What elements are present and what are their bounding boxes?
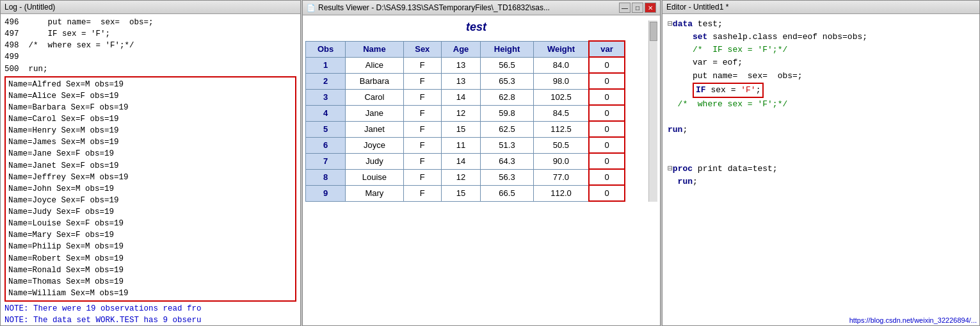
code-run2: run; bbox=[668, 175, 974, 188]
log-line-498: 498 /* where sex = 'F';*/ bbox=[4, 40, 296, 51]
cell-age: 13 bbox=[441, 73, 480, 89]
cell-weight: 102.5 bbox=[533, 89, 589, 105]
log-out-15: Name=Philip Sex=M obs=19 bbox=[8, 241, 293, 252]
cell-name: Alice bbox=[346, 57, 403, 73]
code-vareof: var = eof; bbox=[668, 56, 974, 69]
cell-name: Joyce bbox=[346, 137, 403, 153]
cell-var: 0 bbox=[589, 137, 625, 153]
cell-age: 15 bbox=[441, 121, 480, 137]
cell-weight: 84.0 bbox=[533, 57, 589, 73]
table-row: 9 Mary F 15 66.5 112.0 0 bbox=[306, 185, 625, 201]
code-blank1 bbox=[668, 111, 974, 124]
results-body: test Obs Name Sex Age Height Weight var bbox=[303, 15, 660, 325]
minimize-button[interactable]: — bbox=[619, 3, 631, 13]
log-out-5: Name=Henry Sex=M obs=19 bbox=[8, 125, 293, 136]
log-out-17: Name=Ronald Sex=M obs=19 bbox=[8, 265, 293, 276]
col-name: Name bbox=[346, 41, 403, 57]
log-out-16: Name=Robert Sex=M obs=19 bbox=[8, 253, 293, 265]
log-note-2: NOTE: The data set WORK.TEST has 9 obser… bbox=[4, 316, 202, 325]
col-weight: Weight bbox=[533, 41, 589, 57]
log-panel: Log - (Untitled) 496 put name= sex= obs=… bbox=[0, 0, 301, 326]
log-out-19: Name=William Sex=M obs=19 bbox=[8, 288, 293, 299]
log-out-9: Name=Jeffrey Sex=M obs=19 bbox=[8, 172, 293, 183]
cell-sex: F bbox=[403, 57, 441, 73]
cell-name: Carol bbox=[346, 89, 403, 105]
log-out-11: Name=Joyce Sex=F obs=19 bbox=[8, 195, 293, 206]
cell-height: 59.8 bbox=[481, 105, 534, 121]
cell-var: 0 bbox=[589, 121, 625, 137]
cell-var: 0 bbox=[589, 89, 625, 105]
cell-obs: 8 bbox=[306, 169, 346, 185]
titlebar-controls: — □ ✕ bbox=[619, 3, 656, 13]
code-blank3 bbox=[668, 149, 974, 162]
log-line-500: 500 run; bbox=[4, 63, 296, 75]
log-out-1: Name=Alfred Sex=M obs=19 bbox=[8, 79, 293, 90]
cell-sex: F bbox=[403, 121, 441, 137]
log-out-3: Name=Barbara Sex=F obs=19 bbox=[8, 102, 293, 113]
results-panel: 📄 Results Viewer - D:\SAS9.13S\SASTempor… bbox=[302, 0, 661, 326]
cell-name: Barbara bbox=[346, 73, 403, 89]
log-out-18: Name=Thomas Sex=M obs=19 bbox=[8, 276, 293, 288]
cell-obs: 7 bbox=[306, 153, 346, 169]
table-row: 7 Judy F 14 64.3 90.0 0 bbox=[306, 153, 625, 169]
cell-age: 12 bbox=[441, 105, 480, 121]
log-title: Log - (Untitled) bbox=[4, 3, 55, 12]
cell-obs: 2 bbox=[306, 73, 346, 89]
cell-weight: 112.5 bbox=[533, 121, 589, 137]
results-title: Results Viewer - D:\SAS9.13S\SASTemporar… bbox=[318, 3, 550, 12]
editor-panel: Editor - Untitled1 * ⊟data test; set sas… bbox=[662, 0, 980, 326]
col-var: var bbox=[589, 41, 625, 57]
cell-height: 62.8 bbox=[481, 89, 534, 105]
cell-sex: F bbox=[403, 105, 441, 121]
table-row: 2 Barbara F 13 65.3 98.0 0 bbox=[306, 73, 625, 89]
data-table: Obs Name Sex Age Height Weight var 1 Ali… bbox=[305, 40, 625, 202]
cell-weight: 90.0 bbox=[533, 153, 589, 169]
table-row: 8 Louise F 12 56.3 77.0 0 bbox=[306, 169, 625, 185]
cell-weight: 98.0 bbox=[533, 73, 589, 89]
scrollbar-thumb[interactable] bbox=[650, 22, 657, 41]
cell-age: 14 bbox=[441, 153, 480, 169]
cell-height: 64.3 bbox=[481, 153, 534, 169]
cell-obs: 4 bbox=[306, 105, 346, 121]
table-row: 4 Jane F 12 59.8 84.5 0 bbox=[306, 105, 625, 121]
cell-height: 66.5 bbox=[481, 185, 534, 201]
cell-height: 65.3 bbox=[481, 73, 534, 89]
log-line-496: 496 put name= sex= obs=; bbox=[4, 17, 296, 28]
cell-age: 15 bbox=[441, 185, 480, 201]
cell-height: 56.5 bbox=[481, 57, 534, 73]
log-out-4: Name=Carol Sex=F obs=19 bbox=[8, 113, 293, 125]
table-row: 6 Joyce F 11 51.3 50.5 0 bbox=[306, 137, 625, 153]
col-sex: Sex bbox=[403, 41, 441, 57]
log-output-box: Name=Alfred Sex=M obs=19 Name=Alice Sex=… bbox=[4, 76, 296, 302]
log-out-2: Name=Alice Sex=F obs=19 bbox=[8, 90, 293, 102]
cell-var: 0 bbox=[589, 57, 625, 73]
cell-name: Judy bbox=[346, 153, 403, 169]
code-put: put name= sex= obs=; bbox=[668, 70, 974, 83]
cell-var: 0 bbox=[589, 105, 625, 121]
scrollbar[interactable] bbox=[648, 20, 657, 202]
table-row: 3 Carol F 14 62.8 102.5 0 bbox=[306, 89, 625, 105]
log-out-14: Name=Mary Sex=F obs=19 bbox=[8, 229, 293, 241]
cell-age: 11 bbox=[441, 137, 480, 153]
cell-sex: F bbox=[403, 73, 441, 89]
cell-height: 62.5 bbox=[481, 121, 534, 137]
cell-sex: F bbox=[403, 185, 441, 201]
cell-var: 0 bbox=[589, 185, 625, 201]
log-out-8: Name=Janet Sex=F obs=19 bbox=[8, 160, 293, 172]
restore-button[interactable]: □ bbox=[632, 3, 643, 13]
log-line-499: 499 bbox=[4, 51, 296, 63]
cell-age: 12 bbox=[441, 169, 480, 185]
cell-sex: F bbox=[403, 169, 441, 185]
log-out-10: Name=John Sex=M obs=19 bbox=[8, 183, 293, 195]
cell-name: Jane bbox=[346, 105, 403, 121]
code-if: IF sex = 'F'; bbox=[668, 83, 974, 98]
cell-name: Louise bbox=[346, 169, 403, 185]
close-button[interactable]: ✕ bbox=[645, 3, 656, 13]
cell-obs: 5 bbox=[306, 121, 346, 137]
log-top-lines: 496 put name= sex= obs=; 497 IF sex = 'F… bbox=[4, 17, 296, 75]
col-height: Height bbox=[481, 41, 534, 57]
log-content: 496 put name= sex= obs=; 497 IF sex = 'F… bbox=[1, 14, 300, 325]
log-titlebar: Log - (Untitled) bbox=[1, 1, 300, 14]
code-set: set sashelp.class end=eof nobs=obs; bbox=[668, 31, 974, 44]
code-comment2: /* where sex = 'F';*/ bbox=[668, 98, 974, 111]
